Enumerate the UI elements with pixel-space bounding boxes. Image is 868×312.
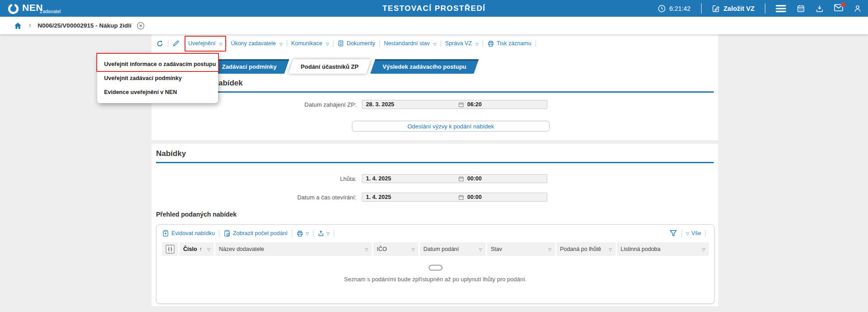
table-header-row: Číslo Název dodavatele IČO Datum podání <box>162 242 709 256</box>
column-header-listinna-podoba[interactable]: Listinná podoba <box>617 242 709 256</box>
column-header-nazev-dodavatele[interactable]: Název dodavatele <box>215 242 372 256</box>
funnel-icon <box>669 229 678 237</box>
refresh-button[interactable] <box>156 40 164 47</box>
menu-item-evidence-uverejneni[interactable]: Evidence uveřejnění v NEN <box>97 85 218 99</box>
empty-state: Seznam s podáními bude zpřístupněn až po… <box>157 265 714 283</box>
filter-caret-icon[interactable] <box>412 246 415 252</box>
datum-zahajeni-input[interactable]: 28. 3. 2025 06:20 <box>362 100 547 109</box>
nen-logo[interactable]: NEN Zadavatel <box>7 0 43 17</box>
filter-caret-icon[interactable] <box>365 246 368 252</box>
calendar-mini-icon[interactable] <box>458 176 464 182</box>
column-header-cislo[interactable]: Číslo <box>180 242 214 256</box>
sort-asc-icon <box>199 246 202 252</box>
column-header-datum-podani[interactable]: Datum podání <box>420 242 486 256</box>
divider <box>287 40 287 47</box>
chevron-down-icon <box>306 230 309 236</box>
column-settings-button[interactable] <box>162 242 178 256</box>
filter-caret-icon[interactable] <box>479 246 482 252</box>
action-label: Evidovat nabídku <box>171 230 215 236</box>
screen: NEN Zadavatel TESTOVACÍ PROSTŘEDÍ 6:21:4… <box>0 0 868 312</box>
home-button[interactable] <box>14 22 22 30</box>
procedure-card: Uveřejnění Úkony zadavatele Komunikace D… <box>152 34 718 140</box>
filter-button[interactable] <box>669 229 678 237</box>
topbar: NEN Zadavatel TESTOVACÍ PROSTŘEDÍ 6:21:4… <box>0 0 868 17</box>
filter-caret-icon[interactable] <box>548 246 551 252</box>
action-komunikace[interactable]: Komunikace <box>291 40 329 47</box>
calendar-mini-icon[interactable] <box>458 102 464 108</box>
create-vz-button[interactable]: Založit VZ <box>712 5 754 13</box>
close-tab-button[interactable] <box>137 22 145 30</box>
column-label: Název dodavatele <box>219 246 264 252</box>
send-vyzva-button[interactable]: Odeslání výzvy k podání nabídek <box>352 121 550 132</box>
time-value: 00:00 <box>467 194 482 200</box>
divider <box>705 230 706 237</box>
print-table-button[interactable] <box>296 230 309 237</box>
tab-vysledek-zadavaciho-postupu[interactable]: Výsledek zadávacího postupu <box>370 59 479 74</box>
action-uverejneni[interactable]: Uveřejnění <box>188 40 222 47</box>
action-label: Zobrazit počet podání <box>233 230 288 236</box>
export-button[interactable] <box>318 230 330 237</box>
calendar-mini-icon[interactable] <box>458 194 464 200</box>
column-header-podana-po-lhute[interactable]: Podaná po lhůtě <box>556 242 616 256</box>
tab-zadavaci-podminky[interactable]: Zadávací podmínky <box>209 59 289 74</box>
breadcrumb-chevron-icon: › <box>28 20 31 30</box>
column-label: Listinná podoba <box>621 246 660 252</box>
section-rule <box>156 91 714 93</box>
empty-tray-icon <box>428 265 443 271</box>
action-nestandardni-stav[interactable]: Nestandardní stav <box>384 40 436 47</box>
filter-caret-icon[interactable] <box>609 246 612 252</box>
chevron-down-icon <box>327 230 330 236</box>
field-label: Lhůta: <box>152 175 359 182</box>
action-dokumenty[interactable]: Dokumenty <box>337 40 375 47</box>
date-value: 1. 4. 2025 <box>362 194 458 200</box>
divider <box>765 3 765 14</box>
divider <box>292 230 292 237</box>
edit-button[interactable] <box>172 40 180 47</box>
divider <box>701 3 702 14</box>
calendar-icon[interactable] <box>797 5 805 13</box>
column-label: IČO <box>377 246 387 252</box>
uverejneni-menu: Uveřejnit informace o zadávacím postupu … <box>97 53 218 103</box>
field-datum-oteviran: Datum a čas otevírání: 1. 4. 2025 00:00 <box>152 193 547 202</box>
filter-view-select[interactable]: Vše <box>686 230 701 236</box>
divider <box>536 40 536 47</box>
menu-hamburger-icon[interactable] <box>776 5 786 12</box>
action-sprava-vz[interactable]: Správa VZ <box>445 40 479 47</box>
action-tisk-zaznamu[interactable]: Tisk záznamu <box>487 40 531 47</box>
column-label: Podaná po lhůtě <box>560 246 601 252</box>
divider <box>313 230 313 237</box>
topbar-right: 6:21:42 Založit VZ <box>658 0 862 17</box>
action-label: Nestandardní stav <box>384 40 430 47</box>
filter-caret-icon[interactable] <box>702 246 705 252</box>
zobrazit-pocet-podani-button[interactable]: Zobrazit počet podání <box>223 230 288 237</box>
divider <box>219 230 219 237</box>
brand-subtitle: Zadavatel <box>40 9 61 14</box>
empty-message: Seznam s podáními bude zpřístupněn až po… <box>157 276 714 283</box>
tab-podani-ucastniku-zp[interactable]: Podání účastníků ZP <box>288 59 371 74</box>
column-header-ico[interactable]: IČO <box>373 242 418 256</box>
tab-bar: Zadávací podmínky Podání účastníků ZP Vý… <box>212 59 476 74</box>
time-value: 06:20 <box>467 101 482 108</box>
user-icon[interactable] <box>854 5 862 13</box>
lhuta-input[interactable]: 1. 4. 2025 00:00 <box>362 174 547 183</box>
clock-time: 6:21:42 <box>669 5 691 12</box>
clipboard-count-icon <box>223 230 231 237</box>
tab-label: Zadávací podmínky <box>222 63 277 70</box>
evidovat-nabidku-button[interactable]: Evidovat nabídku <box>162 230 215 237</box>
content-area: Uveřejnění Úkony zadavatele Komunikace D… <box>0 34 868 312</box>
date-value: 1. 4. 2025 <box>362 175 458 182</box>
filter-all-label: Vše <box>691 230 701 236</box>
chevron-down-icon <box>475 41 479 47</box>
column-header-stav[interactable]: Stav <box>487 242 555 256</box>
mail-button[interactable] <box>834 4 843 13</box>
action-ukony-zadavatele[interactable]: Úkony zadavatele <box>231 40 282 47</box>
oteviranie-input[interactable]: 1. 4. 2025 00:00 <box>362 193 547 202</box>
action-label: Správa VZ <box>445 40 472 47</box>
breadcrumb-item[interactable]: N006/25/V00002915 - Nákup židlí <box>38 22 131 29</box>
menu-item-uverejnit-informace[interactable]: Uveřejnit informace o zadávacím postupu <box>97 57 218 71</box>
menu-item-uverejnit-podminky[interactable]: Uveřejnit zadávací podmínky <box>97 71 218 85</box>
download-icon[interactable] <box>816 5 824 13</box>
action-label: Tisk záznamu <box>497 40 531 47</box>
action-label: Komunikace <box>291 40 323 47</box>
filter-caret-icon[interactable] <box>207 246 210 252</box>
